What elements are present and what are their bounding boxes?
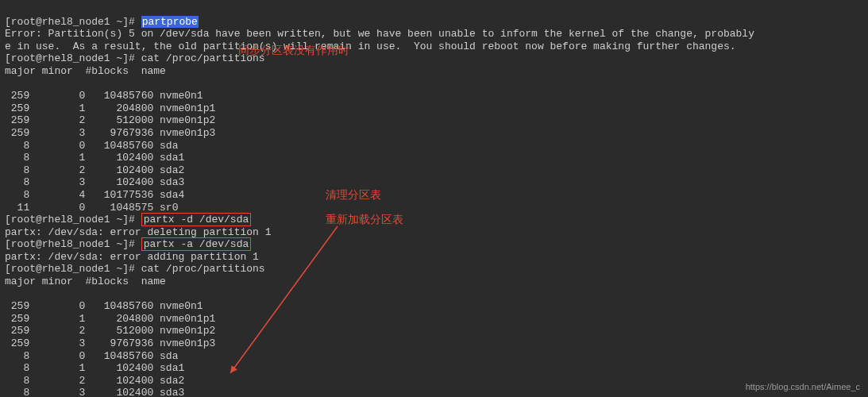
partition-row: 8 3 102400 sda3 — [5, 176, 184, 188]
annotation-reload-table: 重新加载分区表 — [326, 213, 403, 226]
terminal-output: [root@rhel8_node1 ~]# partprobe Error: P… — [0, 0, 868, 397]
partitions-header: major minor #blocks name — [5, 276, 166, 287]
partition-row: 259 2 512000 nvme0n1p2 — [5, 114, 215, 126]
prompt: [root@rhel8_node1 ~]# — [5, 238, 141, 250]
partition-row: 8 3 102400 sda3 — [5, 387, 184, 397]
partition-row: 8 4 10177536 sda4 — [5, 189, 184, 201]
error-line: partx: /dev/sda: error adding partition … — [5, 251, 259, 263]
command-partx-d: partx -d /dev/sda — [141, 213, 252, 226]
error-line: e in use. As a result, the old partition… — [5, 40, 736, 52]
prompt: [root@rhel8_node1 ~]# — [5, 52, 141, 64]
annotation-clear-table: 清理分区表 — [326, 188, 381, 202]
prompt: [root@rhel8_node1 ~]# — [5, 16, 141, 28]
partition-row: 8 1 102400 sda1 — [5, 362, 184, 374]
partition-row: 259 2 512000 nvme0n1p2 — [5, 325, 215, 337]
partition-row: 8 2 102400 sda2 — [5, 164, 184, 176]
partition-row: 8 0 10485760 sda — [5, 350, 178, 362]
watermark: https://blog.csdn.net/Aimee_c — [746, 382, 860, 392]
partition-row: 259 3 9767936 nvme0n1p3 — [5, 337, 215, 349]
partition-row: 259 0 10485760 nvme0n1 — [5, 90, 203, 102]
partition-row: 8 2 102400 sda2 — [5, 375, 184, 387]
command-partprobe: partprobe — [141, 16, 199, 28]
prompt: [root@rhel8_node1 ~]# — [5, 214, 141, 225]
partition-row: 259 0 10485760 nvme0n1 — [5, 300, 203, 312]
prompt: [root@rhel8_node1 ~]# — [5, 263, 141, 275]
error-line: partx: /dev/sda: error deleting partitio… — [5, 226, 271, 238]
partition-row: 8 0 10485760 sda — [5, 140, 178, 152]
command-cat: cat /proc/partitions — [141, 263, 265, 275]
annotation-sync-failed: 同步分区表没有作用时 — [238, 44, 349, 57]
partition-row: 259 1 204800 nvme0n1p1 — [5, 102, 215, 114]
partitions-header: major minor #blocks name — [5, 65, 166, 77]
command-partx-a: partx -a /dev/sda — [141, 237, 252, 251]
partition-row: 259 1 204800 nvme0n1p1 — [5, 313, 215, 325]
partition-row: 8 1 102400 sda1 — [5, 152, 184, 164]
error-line: Error: Partition(s) 5 on /dev/sda have b… — [5, 28, 754, 40]
partition-row: 11 0 1048575 sr0 — [5, 202, 178, 214]
partition-row: 259 3 9767936 nvme0n1p3 — [5, 127, 215, 139]
